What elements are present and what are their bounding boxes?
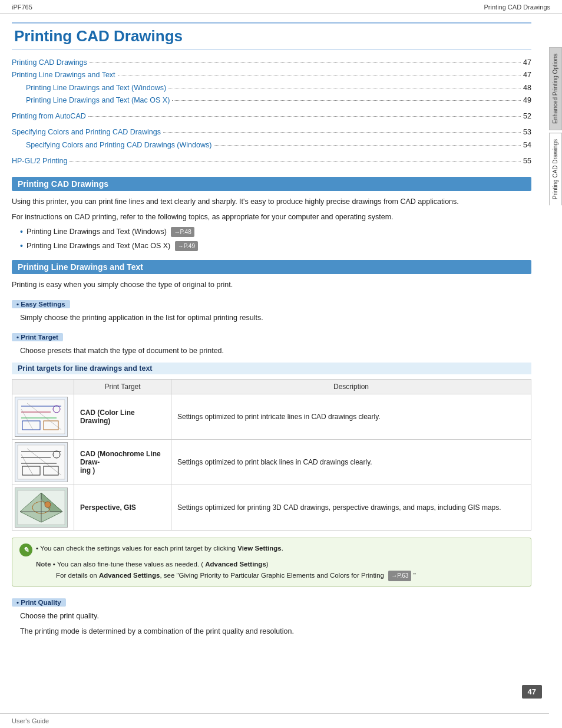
table-cell-img-1	[12, 394, 74, 440]
table-cell-target-2: CAD (Monochrome Line Draw-ing )	[74, 440, 171, 485]
col-header-target: Print Target	[74, 380, 171, 394]
easy-settings-text: Simply choose the printing application i…	[20, 312, 531, 324]
print-quality-text1: Choose the print quality.	[20, 610, 531, 622]
note-box: ✎ • You can check the settings values fo…	[12, 538, 531, 586]
note-bullet-1: • You can check the settings values for …	[36, 543, 283, 554]
ref-p48[interactable]: →P.48	[171, 227, 194, 237]
right-tab-container: Enhanced Printing Options Printing CAD D…	[549, 47, 562, 205]
bullet-windows: • Printing Line Drawings and Text (Windo…	[20, 226, 531, 238]
section-header-printing-cad: Printing CAD Drawings	[12, 177, 531, 191]
print-quality-text2: The printing mode is determined by a com…	[20, 625, 531, 637]
line-drawings-intro: Printing is easy when you simply choose …	[12, 279, 531, 291]
col-header-image	[12, 380, 74, 394]
note-pencil-icon: ✎	[19, 543, 32, 556]
table-cell-desc-2: Settings optimized to print black lines …	[171, 440, 531, 485]
toc-item-4[interactable]: Printing Line Drawings and Text (Mac OS …	[12, 94, 531, 107]
table-cell-target-3: Perspective, GIS	[74, 485, 171, 531]
footer: User's Guide	[0, 713, 549, 728]
section-header-line-drawings: Printing Line Drawings and Text	[12, 260, 531, 274]
svg-rect-11	[18, 445, 65, 479]
bullet-macos-text: Printing Line Drawings and Text (Mac OS …	[27, 241, 198, 252]
toc-item-8[interactable]: HP-GL/2 Printing 55	[12, 155, 531, 167]
top-bar-left: iPF765	[12, 4, 32, 11]
table-cell-img-2	[12, 440, 74, 485]
print-quality-label: • Print Quality	[12, 598, 66, 607]
bullet-macos: • Printing Line Drawings and Text (Mac O…	[20, 241, 531, 252]
table-cell-desc-1: Settings optimized to print intricate li…	[171, 394, 531, 440]
footer-text: User's Guide	[12, 717, 49, 724]
toc-item-2[interactable]: Printing Line Drawings and Text 47	[12, 69, 531, 81]
table-section-header: Print targets for line drawings and text	[12, 363, 531, 374]
note-label: Note	[36, 561, 51, 568]
thumb-perspective	[15, 487, 68, 528]
print-target-text: Choose presets that match the type of do…	[20, 345, 531, 357]
thumb-cad-mono	[15, 442, 68, 482]
note-bullet-2b: For details on Advanced Settings, see "G…	[56, 572, 416, 579]
printing-cad-body1: Using this printer, you can print fine l…	[12, 196, 531, 207]
right-tab-upper: Enhanced Printing Options	[549, 47, 562, 130]
printing-cad-body2: For instructions on CAD printing, refer …	[12, 211, 531, 223]
table-cell-desc-3: Settings optimized for printing 3D CAD d…	[171, 485, 531, 531]
page-title: Printing CAD Drawings	[12, 22, 531, 50]
table-row-2: CAD (Monochrome Line Draw-ing ) Settings…	[12, 440, 531, 485]
toc-item-5[interactable]: Printing from AutoCAD 52	[12, 110, 531, 123]
easy-settings-label: • Easy Settings	[12, 300, 70, 308]
note-label-row: Note • You can also fine-tune these valu…	[36, 559, 524, 581]
note-bullet-2: • You can also fine-tune these values as…	[53, 561, 269, 568]
table-row-3: Perspective, GIS Settings optimized for …	[12, 485, 531, 531]
ref-p63[interactable]: →P.63	[388, 571, 411, 581]
right-tab-lower: Printing CAD Drawings	[549, 133, 562, 205]
table-row-1: CAD (Color Line Drawing) Settings optimi…	[12, 394, 531, 440]
thumb-cad-color	[15, 397, 68, 437]
main-content: Printing CAD Drawings Printing CAD Drawi…	[0, 14, 549, 653]
bullet-windows-text: Printing Line Drawings and Text (Windows…	[27, 226, 194, 238]
toc-item-6[interactable]: Specifying Colors and Printing CAD Drawi…	[12, 126, 531, 139]
page-number: 47	[522, 685, 542, 699]
table-cell-target-1: CAD (Color Line Drawing)	[74, 394, 171, 440]
top-bar-right: Printing CAD Drawings	[484, 4, 550, 11]
svg-point-27	[45, 502, 51, 508]
toc-item-7[interactable]: Specifying Colors and Printing CAD Drawi…	[12, 139, 531, 151]
table-cell-img-3	[12, 485, 74, 531]
toc-item-1[interactable]: Printing CAD Drawings 47	[12, 57, 531, 69]
toc-item-3[interactable]: Printing Line Drawings and Text (Windows…	[12, 82, 531, 94]
bullet-dot-2: •	[20, 241, 23, 252]
toc: Printing CAD Drawings 47 Printing Line D…	[12, 57, 531, 167]
note-row-icon: ✎ • You can check the settings values fo…	[19, 543, 524, 556]
col-header-desc: Description	[171, 380, 531, 394]
ref-p49[interactable]: →P.49	[175, 241, 198, 251]
print-targets-table: Print Target Description	[12, 379, 531, 531]
svg-rect-1	[18, 400, 65, 434]
print-target-label: • Print Target	[12, 333, 63, 341]
bullet-dot-1: •	[20, 226, 23, 238]
top-bar: iPF765 Printing CAD Drawings	[0, 0, 562, 14]
